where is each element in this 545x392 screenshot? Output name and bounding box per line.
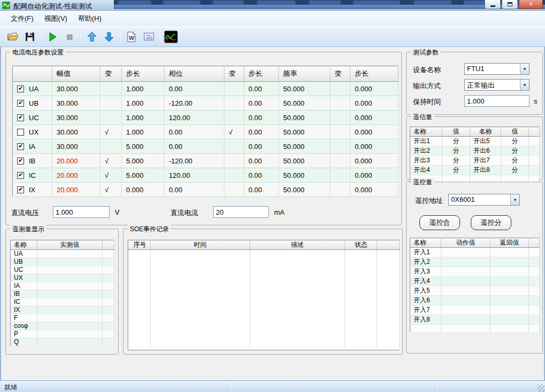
- menu-file[interactable]: 文件(F): [5, 12, 39, 26]
- cell-var2[interactable]: [224, 82, 244, 96]
- cell-step3[interactable]: 0.000: [351, 111, 399, 125]
- cell-var1[interactable]: [100, 111, 122, 125]
- row-checkbox[interactable]: ✔: [17, 158, 24, 164]
- cell-step2[interactable]: 0.00: [244, 168, 279, 183]
- cell-amplitude[interactable]: 20.000: [52, 168, 100, 183]
- cell-amplitude[interactable]: 30.000: [52, 96, 100, 111]
- cell-amplitude[interactable]: 30.000: [52, 139, 100, 154]
- row-select-cell[interactable]: ✔IX: [13, 183, 52, 197]
- cell-step1[interactable]: 1.000: [122, 111, 165, 125]
- menu-view[interactable]: 视图(V): [39, 12, 73, 26]
- cell-step3[interactable]: 0.000: [351, 183, 399, 197]
- row-select-cell[interactable]: ✔IB: [13, 154, 52, 168]
- cell-var3[interactable]: [330, 183, 351, 197]
- row-checkbox[interactable]: ✔: [17, 143, 24, 150]
- maximize-button[interactable]: [502, 0, 518, 9]
- cell-step2[interactable]: 0.00: [244, 183, 279, 197]
- cell-var2[interactable]: [224, 96, 244, 111]
- cell-step2[interactable]: 0.00: [244, 125, 279, 139]
- cell-amplitude[interactable]: 20.000: [52, 183, 100, 197]
- cell-amplitude[interactable]: 20.000: [52, 154, 100, 168]
- cell-step2[interactable]: 0.00: [244, 154, 279, 168]
- cell-var3[interactable]: [330, 82, 351, 96]
- open-button[interactable]: [5, 29, 20, 44]
- cell-var1[interactable]: √: [100, 125, 122, 139]
- chevron-down-icon[interactable]: ▼: [520, 80, 529, 90]
- cell-var2[interactable]: [224, 139, 244, 154]
- cell-step2[interactable]: 0.00: [244, 139, 279, 154]
- cell-step3[interactable]: 0.000: [351, 82, 399, 96]
- cell-var3[interactable]: [330, 111, 351, 125]
- remote-open-button[interactable]: 遥控分: [471, 215, 511, 230]
- cell-step1[interactable]: 1.000: [122, 96, 165, 111]
- cell-frequency[interactable]: 50.000: [279, 82, 330, 96]
- dc-voltage-input[interactable]: [53, 206, 110, 218]
- cell-var3[interactable]: [330, 125, 351, 139]
- move-up-button[interactable]: [84, 29, 99, 44]
- remote-close-button[interactable]: 遥控合: [419, 215, 460, 230]
- chevron-down-icon[interactable]: ▼: [520, 64, 529, 74]
- run-button[interactable]: [45, 29, 60, 44]
- cell-step1[interactable]: 1.000: [122, 82, 165, 96]
- row-select-cell[interactable]: ✔UC: [13, 111, 52, 125]
- cell-amplitude[interactable]: 30.000: [52, 111, 100, 125]
- cell-frequency[interactable]: 50.000: [279, 183, 330, 197]
- cell-phase[interactable]: 0.00: [165, 125, 224, 139]
- cell-var3[interactable]: [330, 154, 351, 168]
- word-report-button[interactable]: W: [124, 29, 139, 44]
- cell-phase[interactable]: -120.00: [165, 154, 224, 168]
- cell-step1[interactable]: 1.000: [122, 125, 165, 139]
- cell-step3[interactable]: 0.000: [351, 154, 399, 168]
- row-checkbox[interactable]: [17, 129, 24, 136]
- cell-var1[interactable]: √: [100, 154, 122, 168]
- cell-var2[interactable]: [224, 154, 244, 168]
- cell-frequency[interactable]: 50.000: [279, 139, 330, 154]
- cell-amplitude[interactable]: 30.000: [52, 82, 100, 96]
- titlebar[interactable]: 配网自动化测试-性能测试 ✕: [0, 0, 545, 11]
- row-checkbox[interactable]: ✔: [17, 100, 24, 107]
- cell-step2[interactable]: 0.00: [244, 111, 279, 125]
- close-button[interactable]: ✕: [519, 0, 543, 9]
- cell-var1[interactable]: [100, 96, 122, 111]
- hold-time-input[interactable]: [464, 95, 530, 107]
- waveform-button[interactable]: [164, 29, 178, 44]
- cell-var1[interactable]: [100, 82, 122, 96]
- resize-grip[interactable]: [538, 385, 544, 391]
- cell-step1[interactable]: 5.000: [122, 168, 165, 183]
- cell-var1[interactable]: √: [100, 183, 122, 197]
- cell-frequency[interactable]: 50.000: [279, 125, 330, 139]
- cell-step2[interactable]: 0.00: [244, 82, 279, 96]
- cell-phase[interactable]: -120.00: [165, 96, 224, 111]
- cell-var2[interactable]: [224, 168, 244, 183]
- cell-step1[interactable]: 5.000: [122, 154, 165, 168]
- row-checkbox[interactable]: ✔: [17, 85, 24, 92]
- cell-phase[interactable]: 120.00: [165, 168, 224, 183]
- row-select-cell[interactable]: ✔IA: [13, 139, 52, 154]
- move-down-button[interactable]: [102, 29, 116, 44]
- cell-frequency[interactable]: 50.000: [279, 168, 330, 183]
- cell-phase[interactable]: 120.00: [165, 111, 224, 125]
- cell-var2[interactable]: √: [224, 125, 244, 139]
- row-select-cell[interactable]: ✔UB: [13, 96, 52, 111]
- cell-var3[interactable]: [330, 139, 351, 154]
- cell-var1[interactable]: [100, 139, 122, 154]
- row-select-cell[interactable]: ✔UA: [13, 82, 52, 96]
- cell-amplitude[interactable]: 30.000: [52, 125, 100, 139]
- cell-var1[interactable]: √: [100, 168, 122, 183]
- row-checkbox[interactable]: ✔: [17, 186, 24, 193]
- device-name-select[interactable]: FTU1 ▼: [464, 63, 530, 75]
- remote-address-select[interactable]: 0X6001 ▼: [448, 194, 520, 206]
- cell-var2[interactable]: [224, 111, 244, 125]
- cell-var3[interactable]: [330, 96, 351, 111]
- row-checkbox[interactable]: ✔: [17, 172, 24, 179]
- report-view-button[interactable]: [141, 29, 156, 44]
- row-checkbox[interactable]: ✔: [17, 114, 24, 121]
- cell-frequency[interactable]: 50.000: [279, 111, 330, 125]
- cell-phase[interactable]: 0.00: [165, 183, 224, 197]
- cell-step2[interactable]: 0.00: [244, 96, 279, 111]
- cell-frequency[interactable]: 50.000: [279, 96, 330, 111]
- row-select-cell[interactable]: UX: [13, 125, 52, 139]
- dc-current-input[interactable]: [213, 206, 269, 218]
- cell-step3[interactable]: 0.000: [351, 125, 399, 139]
- cell-step3[interactable]: 0.000: [351, 96, 399, 111]
